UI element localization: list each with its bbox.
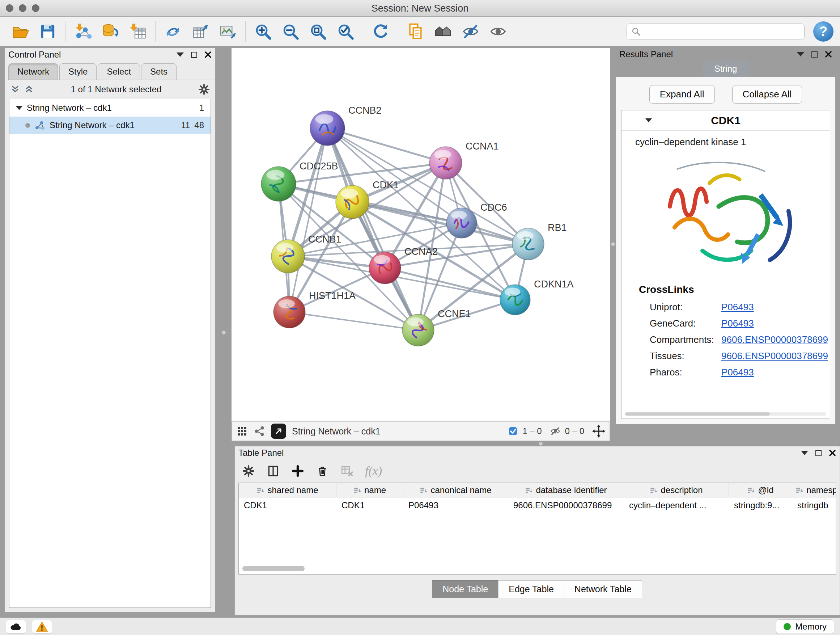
expand-all-icon[interactable] bbox=[24, 84, 34, 95]
import-network-database-button[interactable] bbox=[96, 19, 124, 43]
network-node-cdk1[interactable]: CDK1 bbox=[336, 180, 399, 219]
crosslink-link[interactable]: 9606.ENSP00000378699 bbox=[722, 350, 828, 361]
show-button[interactable] bbox=[485, 19, 512, 43]
control-panel: Control Panel NetworkStyleSelectSets 1 o… bbox=[4, 48, 216, 613]
splitter-handle[interactable] bbox=[221, 330, 226, 335]
network-collection-row[interactable]: String Network – cdk1 1 bbox=[9, 99, 210, 117]
float-panel-icon[interactable] bbox=[815, 450, 821, 456]
grid-icon[interactable] bbox=[236, 425, 248, 437]
tab-node-table[interactable]: Node Table bbox=[432, 580, 499, 598]
current-network-indicator bbox=[25, 123, 30, 128]
string-results-body: Expand All Collapse All CDK1 cyclin–depe… bbox=[616, 77, 836, 424]
network-row[interactable]: String Network – cdk1 11 48 bbox=[9, 117, 210, 134]
expand-all-button[interactable]: Expand All bbox=[649, 85, 715, 103]
crosslink-link[interactable]: 9606.ENSP00000378699 bbox=[722, 334, 828, 345]
float-panel-icon[interactable] bbox=[812, 51, 818, 57]
hide-button[interactable] bbox=[457, 19, 485, 43]
crosslink-link[interactable]: P06493 bbox=[722, 318, 754, 329]
copy-button[interactable] bbox=[402, 19, 429, 43]
add-column-button[interactable] bbox=[291, 464, 304, 478]
show-columns-button[interactable] bbox=[267, 464, 279, 478]
panel-menu-icon[interactable] bbox=[177, 52, 184, 57]
zoom-in-button[interactable] bbox=[249, 19, 277, 43]
memory-button[interactable]: Memory bbox=[776, 619, 834, 634]
new-network-button[interactable] bbox=[159, 19, 187, 43]
protein-card-header[interactable]: CDK1 bbox=[622, 111, 830, 131]
table-row[interactable]: CDK1CDK1P064939606.ENSP00000378699cyclin… bbox=[239, 497, 836, 513]
splitter-handle[interactable] bbox=[611, 242, 615, 247]
tab-network[interactable]: Network bbox=[8, 63, 58, 80]
disclosure-triangle-icon[interactable] bbox=[645, 119, 652, 122]
network-node-cdkn1a[interactable]: CDKN1A bbox=[500, 279, 574, 315]
tab-style[interactable]: Style bbox=[59, 63, 96, 80]
crosshair-icon[interactable] bbox=[592, 424, 605, 438]
column-header-description[interactable]: description bbox=[624, 483, 729, 497]
tab-sets[interactable]: Sets bbox=[141, 63, 177, 80]
delete-table-button[interactable] bbox=[340, 464, 354, 478]
share-icon[interactable] bbox=[254, 425, 265, 437]
collapse-all-button[interactable]: Collapse All bbox=[732, 85, 802, 103]
network-node-ccna1[interactable]: CCNA1 bbox=[429, 141, 499, 179]
close-panel-icon[interactable] bbox=[829, 449, 836, 456]
home-button[interactable] bbox=[429, 19, 457, 43]
selected-checkbox-icon[interactable] bbox=[508, 426, 518, 436]
column-header-shared-name[interactable]: shared name bbox=[239, 483, 336, 497]
table-horizontal-scrollbar[interactable] bbox=[242, 566, 305, 571]
crosslink-link[interactable]: P06493 bbox=[722, 302, 754, 312]
results-scrollbar[interactable] bbox=[625, 412, 826, 416]
collapse-all-icon[interactable] bbox=[10, 84, 21, 95]
tab-network-table[interactable]: Network Table bbox=[564, 580, 642, 598]
save-session-button[interactable] bbox=[34, 19, 62, 43]
import-network-file-button[interactable] bbox=[69, 19, 96, 43]
panel-menu-icon[interactable] bbox=[801, 451, 808, 455]
column-header-canonical-name[interactable]: canonical name bbox=[403, 483, 508, 497]
search-box bbox=[627, 24, 805, 40]
column-header-name[interactable]: name bbox=[336, 483, 403, 497]
zoom-selected-button[interactable] bbox=[332, 19, 359, 43]
open-session-button[interactable] bbox=[6, 19, 34, 43]
function-builder-button[interactable]: f(x) bbox=[365, 464, 382, 478]
close-panel-icon[interactable] bbox=[825, 51, 832, 58]
close-window-button[interactable] bbox=[6, 4, 13, 12]
column-header--id[interactable]: @id bbox=[729, 483, 792, 497]
tab-select[interactable]: Select bbox=[98, 63, 140, 80]
toolbar-separator bbox=[65, 21, 65, 42]
refresh-button[interactable] bbox=[367, 19, 394, 43]
table-panel-title: Table Panel bbox=[238, 448, 284, 458]
disclosure-triangle-icon[interactable] bbox=[16, 106, 22, 110]
help-button[interactable]: ? bbox=[813, 21, 834, 42]
network-edge-count: 48 bbox=[194, 120, 204, 130]
table-settings-button[interactable] bbox=[242, 464, 255, 478]
import-table-file-button[interactable] bbox=[124, 19, 152, 43]
warning-status-button[interactable] bbox=[32, 620, 52, 633]
crosslink-link[interactable]: P06493 bbox=[722, 367, 754, 378]
close-panel-icon[interactable] bbox=[204, 51, 212, 58]
cloud-status-button[interactable] bbox=[6, 620, 26, 633]
zoom-window-button[interactable] bbox=[32, 4, 39, 12]
export-table-button[interactable] bbox=[187, 19, 214, 43]
delete-column-button[interactable] bbox=[316, 464, 329, 478]
network-node-ccne1[interactable]: CCNE1 bbox=[402, 309, 471, 346]
cloud-icon bbox=[10, 622, 22, 631]
node-label: CCNA2 bbox=[404, 246, 438, 257]
network-canvas[interactable]: CCNB2CCNA1CDC25BCDK1CDC6RB1CCNB1CCNA2CDK… bbox=[232, 48, 610, 421]
float-panel-icon[interactable] bbox=[191, 52, 197, 58]
gear-icon[interactable] bbox=[198, 83, 210, 96]
network-collection-label: String Network – cdk1 bbox=[27, 103, 112, 113]
search-input[interactable] bbox=[644, 27, 800, 36]
open-in-new-window-button[interactable] bbox=[271, 424, 286, 439]
zoom-out-button[interactable] bbox=[277, 19, 304, 43]
minimize-window-button[interactable] bbox=[19, 4, 27, 12]
splitter-handle[interactable] bbox=[538, 441, 543, 446]
tab-edge-table[interactable]: Edge Table bbox=[498, 580, 564, 598]
network-graph: CCNB2CCNA1CDC25BCDK1CDC6RB1CCNB1CCNA2CDK… bbox=[232, 48, 610, 421]
network-node-hist1h1a[interactable]: HIST1H1A bbox=[273, 290, 355, 328]
network-node-rb1[interactable]: RB1 bbox=[512, 222, 567, 260]
column-header-database-identifier[interactable]: database identifier bbox=[508, 483, 624, 497]
column-header-namespac[interactable]: namespac bbox=[792, 483, 836, 497]
zoom-fit-button[interactable] bbox=[304, 19, 332, 43]
panel-menu-icon[interactable] bbox=[797, 52, 804, 57]
export-image-button[interactable] bbox=[214, 19, 242, 43]
hidden-eye-icon[interactable] bbox=[550, 426, 561, 437]
tab-string[interactable]: String bbox=[703, 61, 749, 77]
